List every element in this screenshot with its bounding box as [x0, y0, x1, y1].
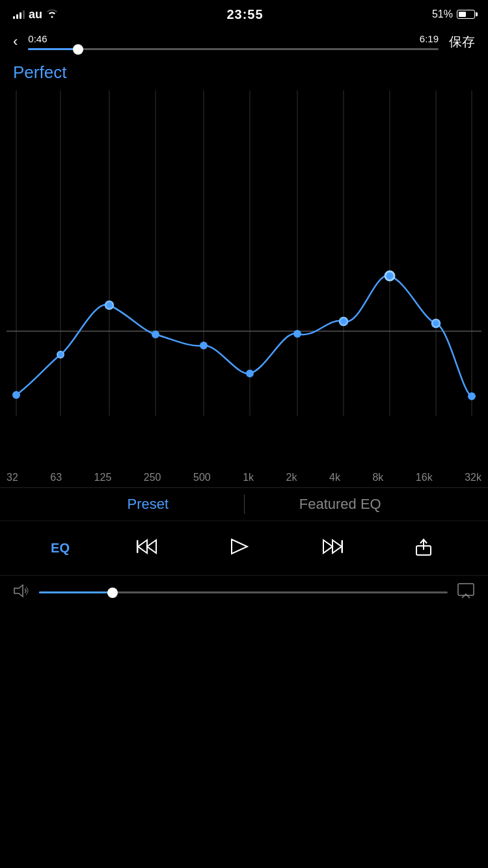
- playback-controls: EQ: [0, 521, 488, 575]
- progress-track[interactable]: [28, 48, 439, 50]
- svg-marker-26: [232, 539, 247, 554]
- eq-tab-label[interactable]: EQ: [51, 541, 70, 556]
- save-button[interactable]: 保存: [446, 31, 478, 53]
- freq-250: 250: [144, 472, 161, 483]
- time-labels: 0:46 6:19: [28, 33, 439, 44]
- svg-marker-27: [323, 540, 332, 553]
- status-bar: au 23:55 51%: [0, 0, 488, 26]
- volume-track[interactable]: [39, 591, 448, 593]
- svg-point-18: [294, 331, 301, 337]
- volume-bar: [0, 575, 488, 609]
- volume-icon: [13, 584, 30, 601]
- freq-2k: 2k: [286, 472, 297, 483]
- freq-16k: 16k: [416, 472, 433, 483]
- next-button[interactable]: [318, 534, 347, 563]
- freq-63: 63: [50, 472, 62, 483]
- svg-rect-25: [137, 540, 139, 553]
- progress-fill: [28, 48, 78, 50]
- freq-32k: 32k: [465, 472, 481, 483]
- volume-fill: [39, 591, 113, 593]
- freq-1k: 1k: [243, 472, 254, 483]
- signal-icon: [13, 10, 25, 19]
- clock: 23:55: [226, 7, 263, 22]
- svg-point-20: [385, 271, 394, 280]
- svg-point-21: [432, 319, 440, 327]
- svg-point-14: [105, 301, 113, 309]
- svg-marker-23: [138, 540, 147, 553]
- svg-point-12: [13, 392, 20, 398]
- current-time: 0:46: [28, 33, 47, 44]
- total-time: 6:19: [420, 33, 439, 44]
- status-left: au: [13, 8, 58, 21]
- status-right: 51%: [432, 8, 475, 20]
- svg-point-13: [57, 351, 64, 358]
- svg-point-15: [152, 331, 159, 338]
- freq-8k: 8k: [372, 472, 383, 483]
- preset-name: Perfect: [0, 57, 488, 85]
- eq-chart[interactable]: [0, 90, 488, 468]
- freq-500: 500: [193, 472, 211, 483]
- freq-labels: 32 63 125 250 500 1k 2k 4k 8k 16k 32k: [0, 468, 488, 487]
- eq-svg: [7, 90, 481, 468]
- share-button[interactable]: [410, 533, 437, 563]
- play-button[interactable]: [224, 534, 254, 563]
- progress-thumb[interactable]: [73, 44, 83, 55]
- bottom-tabs: Preset Featured EQ: [0, 487, 488, 521]
- transport-bar: ‹ 0:46 6:19 保存: [0, 26, 488, 57]
- carrier-label: au: [29, 8, 42, 21]
- svg-marker-28: [332, 540, 342, 553]
- battery-pct-label: 51%: [432, 8, 453, 20]
- svg-marker-24: [147, 540, 156, 553]
- volume-thumb[interactable]: [107, 588, 118, 598]
- svg-marker-32: [14, 585, 23, 597]
- svg-point-19: [340, 318, 347, 325]
- progress-container[interactable]: 0:46 6:19: [28, 33, 439, 50]
- freq-4k: 4k: [329, 472, 340, 483]
- tab-featured[interactable]: Featured EQ: [245, 496, 437, 513]
- prev-button[interactable]: [132, 534, 162, 563]
- freq-125: 125: [94, 472, 112, 483]
- tab-preset[interactable]: Preset: [52, 496, 244, 513]
- freq-32: 32: [7, 472, 18, 483]
- svg-point-22: [468, 393, 475, 400]
- wifi-icon: [46, 9, 58, 20]
- svg-point-16: [200, 342, 207, 349]
- airplay-icon[interactable]: [457, 582, 475, 603]
- back-button[interactable]: ‹: [10, 31, 20, 53]
- battery-icon: [457, 10, 475, 19]
- svg-rect-29: [341, 540, 343, 553]
- svg-point-17: [247, 370, 253, 377]
